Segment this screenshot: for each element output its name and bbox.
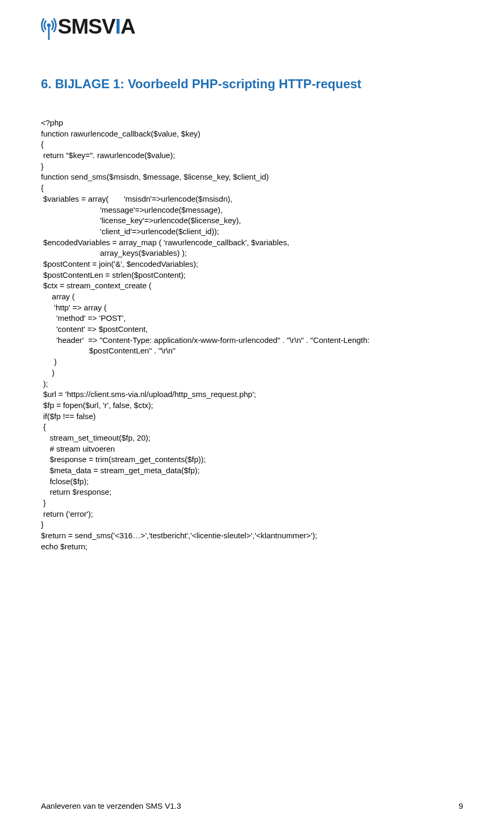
section-heading: 6. BIJLAGE 1: Voorbeeld PHP-scripting HT… xyxy=(41,77,463,91)
logo-text-accent: I xyxy=(115,15,120,38)
page-footer: Aanleveren van te verzenden SMS V1.3 9 xyxy=(41,801,463,810)
logo-text-dark2: A xyxy=(120,15,135,38)
document-page: SMSVIA 6. BIJLAGE 1: Voorbeeld PHP-scrip… xyxy=(0,0,504,552)
logo-text: SMSVIA xyxy=(58,15,135,38)
signal-tower-icon xyxy=(41,13,57,40)
logo-text-dark: SMSV xyxy=(58,15,115,38)
php-code-block: <?php function rawurlencode_callback($va… xyxy=(41,118,463,552)
logo: SMSVIA xyxy=(41,11,463,40)
svg-point-0 xyxy=(47,24,51,27)
footer-doc-title: Aanleveren van te verzenden SMS V1.3 xyxy=(41,801,181,810)
footer-page-number: 9 xyxy=(459,801,463,810)
